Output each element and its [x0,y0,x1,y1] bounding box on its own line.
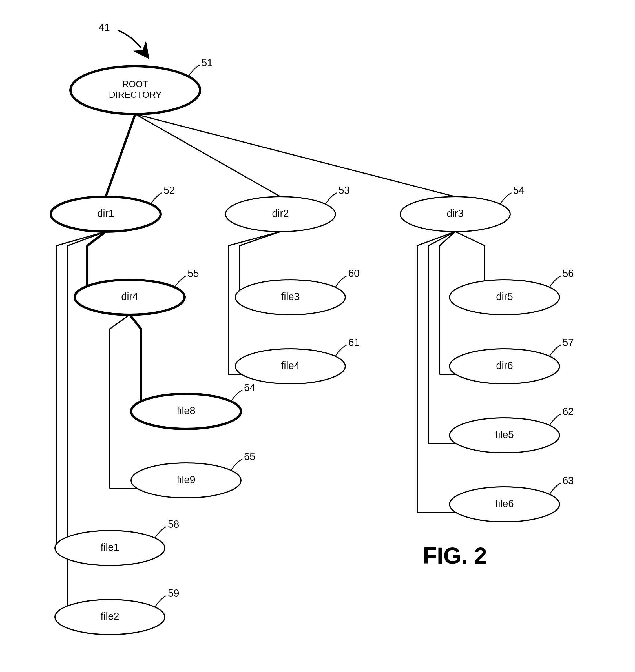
node-file4: file4 [235,349,345,384]
node-dir6: dir6 [450,349,560,384]
node-file1: file1 [55,531,165,565]
ref-lead-file2 [155,596,166,607]
node-dir1-label: dir1 [97,208,114,219]
ref-number-root: 51 [201,57,213,68]
node-file5-label: file5 [495,429,514,441]
edge-root-dir2 [135,114,281,197]
node-dir2-label: dir2 [272,208,289,219]
edge-root-dir3 [135,114,455,197]
node-file3-label: file3 [281,291,300,302]
node-file2-label: file2 [101,610,119,622]
node-file9: file9 [131,463,241,498]
ref-number-file2: 59 [168,587,179,599]
node-dir5-label: dir5 [496,291,513,302]
ref-lead-dir3 [500,193,511,204]
ref-number-file5: 62 [563,406,574,417]
ref-number-dir4: 55 [188,268,199,279]
ref-lead-file1 [155,527,166,538]
edge-dir4-file9 [110,315,137,488]
node-dir4-label: dir4 [121,291,138,302]
node-dir3-label: dir3 [447,208,464,219]
figure-caption: FIG. 2 [423,543,487,568]
ref-number-file1: 58 [168,518,179,530]
ref-lead-file3 [335,276,347,287]
figure-ref-arrow [118,30,141,48]
ref-number-file9: 65 [244,451,255,462]
figure-ref-number: 41 [98,22,110,33]
ref-lead-file9 [231,459,242,470]
node-file6-label: file6 [495,498,514,510]
ref-lead-dir6 [550,345,561,356]
ref-lead-file4 [335,345,347,356]
edge-dir3-file5 [429,231,455,443]
ref-number-dir2: 53 [338,184,350,196]
node-file9-label: file9 [177,474,195,486]
ref-lead-dir2 [326,193,337,204]
node-dir2: dir2 [225,197,335,231]
node-root-label-line1: DIRECTORY [109,90,161,100]
ref-number-dir1: 52 [164,184,175,196]
edge-dir4-file8 [130,315,141,411]
node-file1-label: file1 [101,541,119,553]
ref-number-file4: 61 [348,337,359,348]
node-root-label-line0: ROOT [122,79,148,89]
ref-number-dir6: 57 [563,337,574,348]
node-file8: file8 [131,394,241,429]
ref-lead-dir4 [175,276,186,287]
node-dir3: dir3 [400,197,510,231]
ref-lead-dir1 [151,193,162,204]
node-dir1: dir1 [51,197,161,231]
node-dir4: dir4 [75,280,184,315]
node-file5: file5 [450,418,560,453]
ref-lead-file5 [550,414,561,425]
directory-tree-diagram: ROOTDIRECTORYdir1dir2dir3dir4dir5dir6fil… [0,0,635,672]
ref-lead-root [188,65,200,76]
node-file8-label: file8 [177,405,195,417]
node-file2: file2 [55,600,165,634]
node-dir5: dir5 [450,280,560,315]
edge-root-dir1 [106,114,135,197]
ref-number-file6: 63 [563,475,574,486]
node-root: ROOTDIRECTORY [70,66,200,114]
node-file6: file6 [450,487,560,522]
ref-lead-file6 [550,483,561,494]
node-file4-label: file4 [281,360,300,372]
ref-number-dir3: 54 [513,184,525,196]
ref-lead-file8 [231,390,242,401]
edge-dir1-file1 [57,231,106,548]
ref-lead-dir5 [550,276,561,287]
ref-number-file3: 60 [348,268,359,279]
ref-number-dir5: 56 [563,268,574,279]
node-file3: file3 [235,280,345,315]
edge-dir3-file6 [417,231,455,512]
ref-number-file8: 64 [244,382,255,393]
node-dir6-label: dir6 [496,360,513,372]
